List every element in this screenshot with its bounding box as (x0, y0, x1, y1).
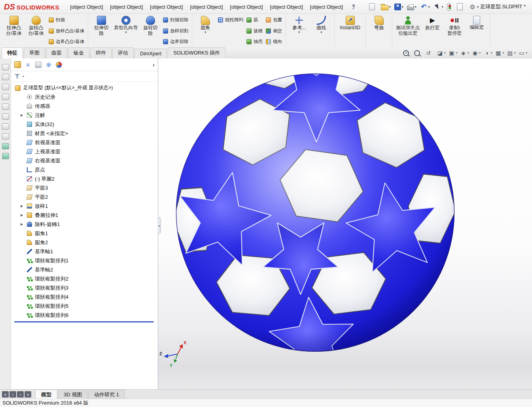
command-tab[interactable]: 评估 (112, 47, 134, 58)
expand-arrow-icon[interactable]: ▶ (21, 213, 23, 217)
tree-item[interactable]: ▶ 除料-旋轉1 (12, 220, 158, 229)
filter-funnel-icon[interactable] (15, 74, 20, 79)
tree-item[interactable]: ▶ 圆角1 (12, 229, 158, 238)
dropdown-caret-icon[interactable]: ▾ (389, 6, 391, 8)
expand-arrow-icon[interactable]: ▶ (21, 113, 23, 117)
lofted-cut-button[interactable]: 放样切割 (162, 27, 189, 35)
dropdown-caret-icon[interactable]: ▾ (415, 6, 417, 8)
fillet-button[interactable]: 圆角 ▾ (195, 15, 216, 47)
command-tab[interactable]: 钣金 (68, 47, 89, 58)
tree-item[interactable]: ▶ 传感器 (12, 102, 158, 111)
tree-item[interactable]: ▶ (-) 草圖2 (12, 174, 158, 183)
flex-button[interactable]: 弯曲 (368, 15, 390, 47)
command-tab[interactable]: 焊件 (90, 47, 112, 58)
extruded-cut-button[interactable]: 拉伸切 除 (91, 15, 112, 47)
dropdown-caret-icon[interactable]: ▾ (442, 6, 443, 8)
tree-item[interactable]: ▶ 圆角2 (12, 238, 158, 247)
intersect-button[interactable]: 相交 (265, 27, 283, 35)
dropdown-caret-icon[interactable]: ▾ (428, 6, 430, 8)
bottom-tab[interactable]: 模型 (35, 390, 57, 399)
tree-item[interactable]: ▶ 历史记录 (12, 92, 158, 102)
rollback-bar[interactable] (14, 321, 154, 322)
tree-item[interactable]: ▶ 環狀複製排列5 (12, 301, 158, 311)
tree-item[interactable]: ▶ 平面3 (12, 183, 158, 192)
reference-geometry-button[interactable]: 参考... ▾ (288, 15, 310, 47)
tree-item[interactable]: ▶ 平面2 (12, 192, 158, 202)
tree-item[interactable]: ▶ 前视基准面 (12, 138, 158, 147)
draft-button[interactable]: 拔模 (245, 27, 264, 35)
property-manager-tab-icon[interactable]: ≡ (25, 62, 31, 68)
menu-item[interactable]: [object Object] (186, 2, 226, 12)
dropdown-caret-icon[interactable]: ▾ (204, 31, 206, 34)
revolved-boss-button[interactable]: 旋转凸 台/基体 (25, 15, 47, 47)
dropdown-caret-icon[interactable]: ▾ (444, 51, 446, 55)
edit-macro-button[interactable]: 编辑宏 (466, 15, 487, 47)
dropdown-caret-icon[interactable]: ▾ (502, 51, 504, 55)
boundary-boss-button[interactable]: 边界凸台/基体 (47, 38, 85, 45)
dropdown-caret-icon[interactable]: ▾ (479, 51, 481, 55)
rib-button[interactable]: 筋 (245, 16, 264, 24)
tree-item[interactable]: ▶ 右视基准面 (12, 156, 158, 165)
last-frame-button[interactable]: » (25, 391, 31, 398)
tree-item[interactable]: ▶ 材质 <未指定> (12, 129, 158, 138)
menu-item[interactable]: [object Object] (307, 2, 346, 12)
dimxpert-manager-tab-icon[interactable]: ⊕ (45, 62, 52, 68)
tree-item[interactable]: ▶ 環狀複製排列2 (12, 274, 158, 283)
menu-item[interactable]: [object Object] (146, 2, 186, 12)
revolved-cut-button[interactable]: 旋转切 除 (140, 15, 161, 47)
dropdown-caret-icon[interactable]: ▾ (125, 31, 127, 34)
tree-item[interactable]: ▶ 基準軸2 (12, 265, 158, 274)
tree-item[interactable]: ▶ 環狀複製排列1 (12, 256, 158, 265)
dropdown-caret-icon[interactable]: ▾ (468, 51, 469, 55)
boundary-cut-button[interactable]: 边界切除 (162, 38, 189, 45)
dropdown-caret-icon[interactable]: ▾ (491, 51, 492, 55)
feature-manager-tab-icon[interactable] (14, 61, 21, 68)
command-tab[interactable]: SOLIDWORKS 插件 (168, 47, 225, 58)
tree-item[interactable]: ▶ 上视基准面 (12, 147, 158, 156)
tree-item[interactable]: ▶ 環狀複製排列4 (12, 292, 158, 301)
dropdown-caret-icon[interactable]: ▾ (402, 6, 403, 8)
tree-item[interactable]: ▶ 環狀複製排列3 (12, 283, 158, 292)
dropdown-caret-icon[interactable]: ▾ (320, 31, 322, 34)
dock-pane-icon[interactable] (2, 123, 9, 130)
menu-item[interactable]: [object Object] (267, 2, 307, 12)
dock-pane-icon[interactable] (2, 64, 9, 70)
dock-pane-icon[interactable] (2, 84, 9, 90)
dock-pane-icon[interactable] (2, 143, 9, 149)
display-manager-tab-icon[interactable] (56, 62, 62, 68)
shell-button[interactable]: 抽壳 (245, 38, 264, 45)
tree-item[interactable]: ▶ 叠層拉伸1 (12, 211, 158, 220)
dropdown-caret-icon[interactable]: ▾ (456, 51, 457, 55)
dropdown-caret-icon[interactable]: ▾ (298, 31, 300, 34)
command-tab[interactable]: 曲面 (46, 47, 67, 58)
dock-pane-icon[interactable] (2, 113, 9, 120)
extruded-boss-button[interactable]: 拉伸凸 台/基体 (3, 15, 25, 47)
sweep-button[interactable]: 扫描 (47, 16, 85, 24)
record-pause-macro-button[interactable]: 录制\ 暂停宏 (444, 15, 465, 47)
tree-item[interactable]: ▶ 实体(32) (12, 120, 158, 129)
loft-button[interactable]: 放样凸台/基体 (47, 27, 85, 35)
hole-wizard-button[interactable]: 异型孔向导 ▾ (113, 15, 139, 47)
expand-arrow-icon[interactable]: ▶ (21, 204, 23, 208)
dropdown-caret-icon[interactable]: ▾ (514, 51, 516, 55)
menu-item[interactable]: [object Object] (66, 2, 106, 12)
tree-item[interactable]: ▶ 環狀複製排列6 (12, 311, 158, 320)
tree-item[interactable]: ▶ 放样1 (12, 202, 158, 211)
dock-pane-icon[interactable] (2, 153, 9, 159)
dock-pane-icon[interactable] (2, 133, 9, 139)
graphics-area[interactable]: X Y Z (158, 58, 532, 390)
command-tab[interactable]: 草图 (24, 47, 45, 58)
run-macro-button[interactable]: ▶ 执行宏 (422, 15, 443, 47)
tree-root-item[interactable]: 足球星型 (默认<<默认>_外观 显示状态>) (12, 83, 158, 92)
instant3d-button[interactable]: ↗ Instant3D (337, 15, 363, 47)
tree-item[interactable]: ▶ 注解 (12, 111, 158, 120)
next-frame-button[interactable]: › (17, 391, 24, 398)
linear-pattern-button[interactable]: 线性阵列 (217, 16, 244, 24)
mirror-button[interactable]: 镜向 (265, 38, 283, 45)
tree-item[interactable]: ▶ 原点 (12, 165, 158, 174)
dock-pane-icon[interactable] (2, 94, 9, 100)
prev-frame-button[interactable]: ‹ (9, 391, 16, 398)
menu-item[interactable]: [object Object] (106, 2, 146, 12)
first-frame-button[interactable]: « (2, 391, 9, 398)
dock-pane-icon[interactable] (2, 74, 9, 80)
